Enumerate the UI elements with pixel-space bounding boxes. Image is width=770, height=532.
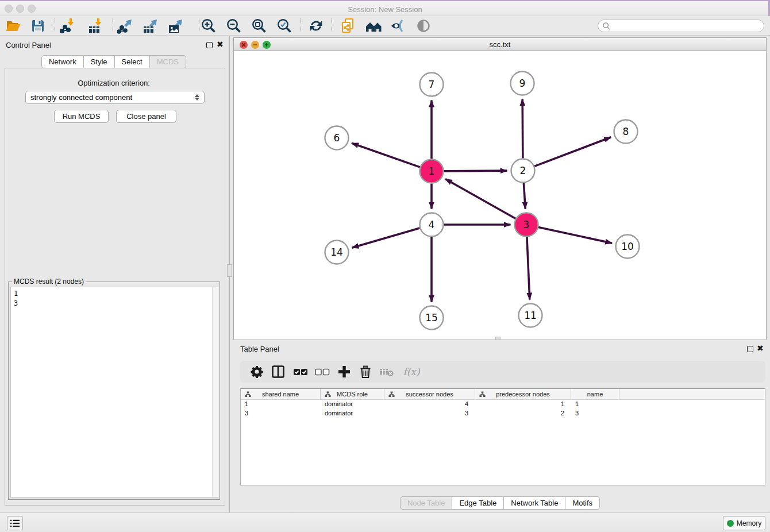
control-panel-tabs: NetworkStyleSelectMCDS: [0, 55, 228, 68]
main-toolbar: [0, 16, 770, 36]
gear-icon[interactable]: [248, 363, 265, 380]
export-table-icon[interactable]: [142, 17, 159, 34]
graph-node-label: 3: [523, 219, 530, 230]
table-cell[interactable]: 3: [571, 409, 619, 418]
window-title: Session: New Session: [0, 5, 770, 14]
network-view-window: scc.txt 1234678910111415: [233, 37, 767, 340]
task-list-icon[interactable]: [7, 516, 23, 530]
zoom-out-icon[interactable]: [225, 17, 242, 34]
mcds-result-title: MCDS result (2 nodes): [12, 277, 86, 286]
column-header-shared-name[interactable]: shared name: [241, 389, 321, 399]
run-mcds-button[interactable]: Run MCDS: [54, 110, 109, 123]
split-columns-icon[interactable]: [270, 363, 287, 380]
control-panel-close-icon[interactable]: ✖: [217, 41, 224, 48]
table-panel-float-icon[interactable]: [747, 346, 753, 352]
splitter-handle[interactable]: [227, 264, 232, 277]
home-view-icon[interactable]: [365, 17, 382, 34]
tab-network-table[interactable]: Network Table: [504, 496, 565, 510]
criterion-select[interactable]: strongly connected component: [25, 91, 205, 104]
scrollbar[interactable]: [212, 287, 219, 497]
table-cell[interactable]: 3: [384, 409, 475, 418]
graph-node-label: 7: [429, 79, 435, 90]
add-icon[interactable]: [336, 363, 353, 380]
open-session-icon[interactable]: [5, 17, 22, 34]
criterion-value: strongly connected component: [30, 93, 132, 102]
export-image-icon[interactable]: [167, 17, 184, 34]
toolbar-separator: [55, 18, 55, 32]
import-network-icon[interactable]: [59, 17, 76, 34]
network-window-title: scc.txt: [234, 40, 766, 49]
table-panel-close-icon[interactable]: ✖: [757, 345, 764, 352]
table-panel-title: Table Panel: [240, 345, 279, 353]
graph-edge-3-1[interactable]: [445, 179, 515, 219]
table-cell[interactable]: 2: [475, 409, 571, 418]
tab-motifs[interactable]: Motifs: [565, 496, 600, 510]
graph-edge-1-2[interactable]: [444, 171, 507, 171]
graph-node-label: 15: [425, 312, 438, 323]
control-panel-float-icon[interactable]: [206, 42, 213, 48]
network-window-titlebar: scc.txt: [234, 38, 766, 51]
window-titlebar: Session: New Session: [0, 0, 770, 16]
mcds-result-text[interactable]: 1 3: [10, 287, 218, 498]
toolbar-separator: [113, 18, 113, 32]
column-header-predecessor-nodes[interactable]: predecessor nodes: [475, 389, 571, 399]
delete-table-icon[interactable]: [378, 363, 395, 380]
function-icon[interactable]: f(x): [400, 363, 423, 380]
deselect-all-icon[interactable]: [314, 363, 331, 380]
tab-node-table[interactable]: Node Table: [400, 496, 453, 510]
column-header-name[interactable]: name: [571, 389, 619, 399]
select-all-icon[interactable]: [292, 363, 309, 380]
search-input[interactable]: [611, 21, 764, 31]
graph-edge-1-6[interactable]: [352, 143, 420, 167]
table-cell[interactable]: 1: [241, 400, 321, 409]
tab-edge-table[interactable]: Edge Table: [452, 496, 504, 510]
trash-icon[interactable]: [357, 363, 374, 380]
tab-mcds[interactable]: MCDS: [150, 55, 186, 68]
table-cell[interactable]: 1: [571, 400, 619, 409]
graph-node-label: 10: [621, 241, 634, 252]
memory-button[interactable]: Memory: [723, 516, 765, 530]
graph-node-label: 8: [623, 126, 629, 137]
show-panel-icon[interactable]: [415, 17, 432, 34]
refresh-icon[interactable]: [307, 17, 325, 34]
export-network-icon[interactable]: [117, 17, 134, 34]
search-field[interactable]: [598, 20, 764, 32]
graph-edge-2-3[interactable]: [523, 183, 525, 209]
toolbar-separator: [332, 18, 332, 32]
tab-network[interactable]: Network: [41, 55, 84, 68]
table-cell[interactable]: 4: [384, 400, 475, 409]
horizontal-splitter-handle[interactable]: [495, 337, 500, 340]
close-panel-button[interactable]: Close panel: [116, 110, 176, 123]
import-table-icon[interactable]: [87, 17, 104, 34]
graph-edge-3-10[interactable]: [538, 228, 612, 244]
zoom-in-icon[interactable]: [200, 17, 217, 34]
table-cell[interactable]: dominator: [321, 400, 384, 409]
graph-node-label: 9: [519, 78, 526, 89]
graph-edge-3-11[interactable]: [527, 237, 530, 299]
table-cell[interactable]: 3: [241, 409, 321, 418]
graph-edge-4-14[interactable]: [352, 228, 419, 248]
zoom-fit-icon[interactable]: [251, 17, 268, 34]
table-cell[interactable]: 1: [475, 400, 571, 409]
save-session-icon[interactable]: [29, 17, 47, 34]
graph-node-label: 1: [429, 165, 435, 177]
table-cell[interactable]: dominator: [321, 409, 384, 418]
hide-panel-icon[interactable]: [390, 17, 407, 34]
table-row[interactable]: 3dominator323: [241, 409, 765, 418]
table-body: 1dominator4113dominator323: [241, 400, 765, 418]
network-canvas[interactable]: 1234678910111415: [234, 51, 766, 340]
tab-style[interactable]: Style: [84, 55, 115, 68]
clone-network-icon[interactable]: [339, 17, 356, 34]
tab-select[interactable]: Select: [115, 55, 150, 68]
graph-edge-2-8[interactable]: [534, 137, 611, 167]
toolbar-separator: [199, 18, 199, 32]
control-panel-title: Control Panel: [6, 41, 51, 49]
memory-status-icon: [727, 520, 734, 527]
zoom-selected-icon[interactable]: [276, 17, 293, 34]
column-header-MCDS-role[interactable]: MCDS role: [321, 389, 384, 399]
column-header-successor-nodes[interactable]: successor nodes: [384, 389, 475, 399]
table-header-row: shared nameMCDS rolesuccessor nodesprede…: [241, 389, 765, 400]
table-row[interactable]: 1dominator411: [241, 400, 765, 409]
graph-edge-2-9[interactable]: [522, 99, 523, 158]
node-table: shared nameMCDS rolesuccessor nodesprede…: [240, 388, 765, 485]
